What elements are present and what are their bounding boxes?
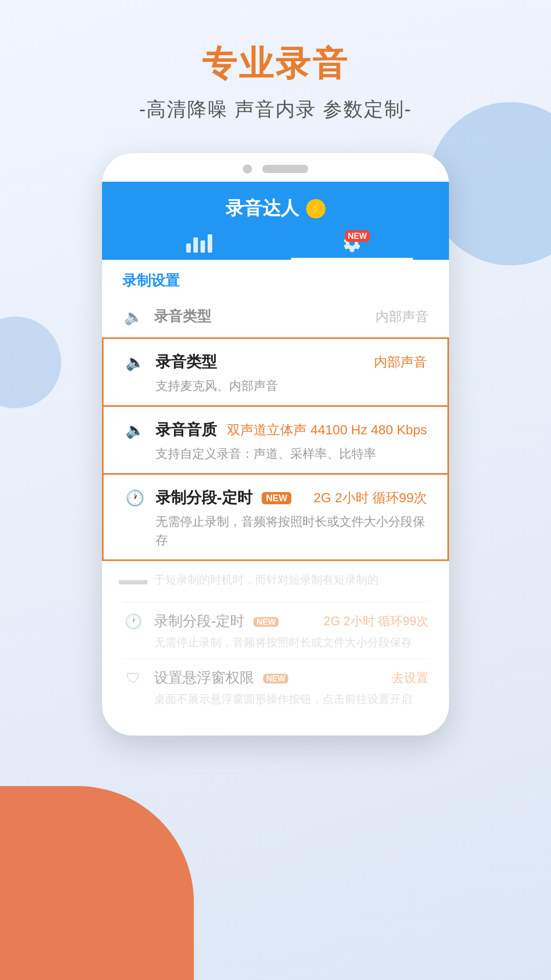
app-header: 录音达人 ⚡ bbox=[102, 182, 449, 260]
row-value-type: 内部声音 bbox=[374, 353, 427, 371]
lightning-icon: ⚡ bbox=[309, 202, 323, 215]
bars-icon bbox=[186, 233, 212, 253]
segment-new-tag: NEW bbox=[262, 492, 291, 504]
setting-row-bg-type: 🔈 录音类型 内部声音 bbox=[102, 296, 449, 337]
lower-row-segment[interactable]: 🕐 录制分段-定时 NEW 2G 2小时 循环99次 无需停止录制，音频将按照时… bbox=[102, 602, 449, 658]
app-title-badge: ⚡ bbox=[306, 199, 325, 218]
settings-label: 录制设置 bbox=[102, 260, 449, 296]
bar4 bbox=[208, 234, 212, 253]
shield-icon-lower: 🛡 bbox=[122, 667, 144, 689]
row-desc-segment: 无需停止录制，音频将按照时长或文件大小分段保存 bbox=[124, 512, 427, 549]
row-desc-type: 支持麦克风、内部声音 bbox=[124, 377, 427, 395]
app-tabs: NEW bbox=[122, 233, 429, 260]
highlighted-rows-container: 🔈 录音类型 内部声音 支持麦克风、内部声音 🔈 录音音质 双声道立体声 441… bbox=[102, 337, 449, 561]
lower-row-float[interactable]: 🛡 设置悬浮窗权限 NEW 去设置 桌面不展示悬浮窗圆形操作按钮，点击前往设置开… bbox=[102, 659, 449, 715]
dim-row-overlap: ▬▬ 于短录制的时机时，而针对短录制有短录制的 bbox=[102, 561, 449, 602]
main-title: 专业录音 bbox=[202, 41, 349, 87]
row-value-segment: 2G 2小时 循环99次 bbox=[313, 489, 427, 507]
phone-speaker-bar bbox=[262, 165, 308, 173]
sub-title: -高清降噪 声音内录 参数定制- bbox=[139, 96, 412, 122]
row-value-quality: 双声道立体声 44100 Hz 480 Kbps bbox=[227, 421, 427, 439]
lower-desc-segment: 无需停止录制，音频将按照时长或文件大小分段保存 bbox=[122, 635, 429, 650]
highlighted-row-quality[interactable]: 🔈 录音音质 双声道立体声 44100 Hz 480 Kbps 支持自定义录音：… bbox=[102, 407, 449, 475]
row-label-bg: 录音类型 bbox=[154, 307, 375, 326]
lower-new-tag-2: NEW bbox=[263, 674, 288, 683]
tab-settings[interactable]: NEW bbox=[276, 233, 429, 260]
clock-icon-1: 🕐 bbox=[124, 487, 145, 508]
bar2 bbox=[193, 237, 198, 253]
speaker-icon-1: 🔈 bbox=[124, 351, 145, 373]
lower-value-segment: 2G 2小时 循环99次 bbox=[324, 613, 429, 629]
bar1 bbox=[186, 243, 191, 253]
speaker-icon-bg: 🔈 bbox=[122, 306, 144, 327]
tab-recordings[interactable] bbox=[122, 233, 276, 260]
phone-body-lower: 🕐 录制分段-定时 NEW 2G 2小时 循环99次 无需停止录制，音频将按照时… bbox=[102, 602, 449, 715]
dim-row-label-placeholder: 于短录制的时机时，而针对短录制有短录制的 bbox=[154, 572, 429, 587]
phone-bottom-padding bbox=[102, 715, 449, 736]
row-label-segment: 录制分段-定时 NEW bbox=[156, 487, 313, 508]
row-value-bg: 内部声音 bbox=[375, 308, 429, 326]
highlighted-row-segment[interactable]: 🕐 录制分段-定时 NEW 2G 2小时 循环99次 无需停止录制，音频将按照时… bbox=[102, 475, 449, 561]
phone-dot bbox=[243, 164, 252, 174]
lower-desc-float: 桌面不展示悬浮窗圆形操作按钮，点击前往设置开启 bbox=[122, 692, 429, 707]
row-label-quality: 录音音质 bbox=[156, 420, 227, 440]
highlighted-row-type[interactable]: 🔈 录音类型 内部声音 支持麦克风、内部声音 bbox=[102, 337, 449, 407]
lower-new-tag-1: NEW bbox=[254, 617, 279, 627]
dim-icon-placeholder: ▬▬ bbox=[122, 569, 144, 591]
bar3 bbox=[201, 240, 205, 253]
clock-icon-lower: 🕐 bbox=[122, 610, 144, 632]
row-label-type: 录音类型 bbox=[156, 352, 374, 373]
lower-label-segment: 录制分段-定时 NEW bbox=[154, 611, 324, 631]
phone-top-bar bbox=[102, 153, 449, 182]
lower-label-float: 设置悬浮窗权限 NEW bbox=[154, 668, 392, 688]
bg-shape-bottom-left bbox=[0, 786, 194, 980]
app-title: 录音达人 bbox=[226, 196, 299, 221]
row-desc-quality: 支持自定义录音：声道、采样率、比特率 bbox=[124, 445, 427, 463]
app-header-title-row: 录音达人 ⚡ bbox=[122, 196, 429, 221]
settings-new-badge: NEW bbox=[345, 230, 370, 242]
lower-value-float: 去设置 bbox=[392, 670, 429, 686]
speaker-icon-2: 🔈 bbox=[124, 419, 145, 440]
phone-mockup: 录音达人 ⚡ bbox=[102, 153, 449, 736]
gear-icon-wrap: NEW bbox=[339, 233, 365, 253]
